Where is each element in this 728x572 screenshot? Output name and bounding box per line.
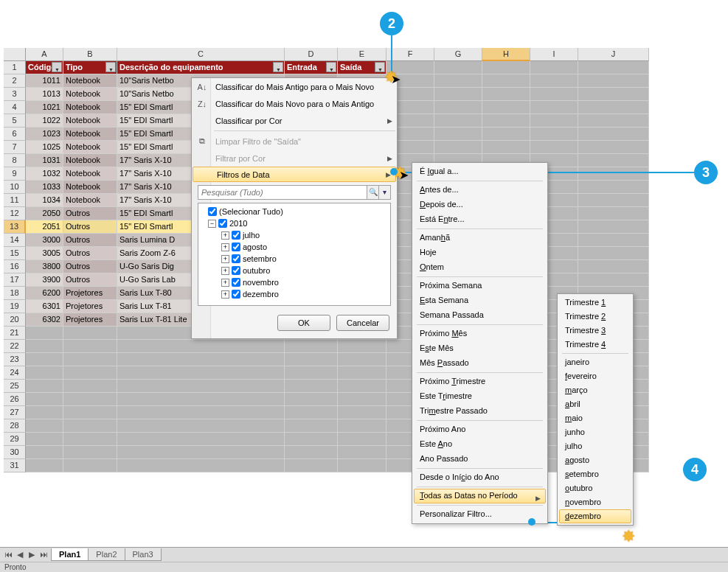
table-header-descrição do equipamento[interactable]: Descrição do equipamento (117, 61, 285, 74)
tree-month-julho[interactable]: +julho (201, 229, 388, 241)
table-header-tipo[interactable]: Tipo (63, 61, 117, 74)
row-header-3[interactable]: 3 (4, 88, 26, 101)
cell[interactable]: 3005 (26, 247, 63, 260)
filter-dropdown-icon[interactable] (105, 62, 116, 72)
tree-month-setembro[interactable]: +setembro (201, 253, 388, 265)
row-header-4[interactable]: 4 (4, 101, 26, 114)
cell[interactable]: Outros (63, 207, 117, 220)
row-header-30[interactable]: 30 (4, 446, 26, 459)
date-filter-item[interactable]: Este Ano (414, 437, 546, 452)
col-header-J[interactable]: J (578, 48, 649, 61)
date-filter-item[interactable]: Todas as Datas no Período▶ (414, 489, 546, 503)
cell[interactable]: Outros (63, 234, 117, 247)
row-header-22[interactable]: 22 (4, 340, 26, 353)
row-header-5[interactable]: 5 (4, 114, 26, 128)
sort-asc[interactable]: A↓Classificar do Mais Antigo para o Mais… (192, 78, 397, 95)
sheet-tab-Plan1[interactable]: Plan1 (51, 548, 89, 561)
filter-tree[interactable]: (Selecionar Tudo) −2010 +julho+agosto+se… (198, 203, 391, 306)
row-header-20[interactable]: 20 (4, 313, 26, 327)
sheet-tab-Plan2[interactable]: Plan2 (88, 548, 125, 561)
expand-icon[interactable]: + (221, 290, 229, 299)
period-month-maio[interactable]: maio (559, 411, 631, 425)
row-header-24[interactable]: 24 (4, 366, 26, 380)
tab-nav[interactable]: ⏮◀▶⏭ (0, 550, 52, 559)
row-header-31[interactable]: 31 (4, 459, 26, 472)
row-header-1[interactable]: 1 (4, 61, 26, 74)
col-header-D[interactable]: D (285, 48, 338, 61)
cell[interactable]: 6302 (26, 313, 63, 327)
col-header-F[interactable]: F (386, 48, 434, 61)
period-month-dezembro[interactable]: dezembro (559, 509, 631, 523)
row-header-16[interactable]: 16 (4, 260, 26, 273)
date-filter-item[interactable]: É Igual a... (414, 164, 546, 179)
search-dropdown-icon[interactable]: ▾ (379, 185, 391, 200)
cell[interactable]: 1034 (26, 194, 63, 207)
date-filter-item[interactable]: Próximo Mês (414, 327, 546, 341)
cell[interactable]: Notebook (63, 154, 117, 167)
tree-select-all[interactable]: (Selecionar Tudo) (201, 206, 388, 217)
cell[interactable]: Notebook (63, 88, 117, 101)
date-filter-item[interactable]: Ontem (414, 260, 546, 275)
period-quarter[interactable]: Trimestre 4 (559, 338, 631, 352)
cell[interactable]: Outros (63, 273, 117, 287)
row-header-11[interactable]: 11 (4, 194, 26, 207)
tree-month-agosto[interactable]: +agosto (201, 241, 388, 253)
filter-dropdown-icon[interactable] (326, 62, 336, 72)
row-header-2[interactable]: 2 (4, 74, 26, 88)
col-header-C[interactable]: C (117, 48, 285, 61)
cell[interactable]: Projetores (63, 313, 117, 327)
col-header-A[interactable]: A (26, 48, 63, 61)
row-header-17[interactable]: 17 (4, 273, 26, 287)
cell[interactable]: Notebook (63, 101, 117, 114)
row-header-28[interactable]: 28 (4, 419, 26, 433)
row-header-15[interactable]: 15 (4, 247, 26, 260)
row-header-29[interactable]: 29 (4, 433, 26, 446)
col-header-I[interactable]: I (530, 48, 578, 61)
search-icon[interactable]: 🔍 (367, 185, 379, 200)
date-filter-item[interactable]: Próximo Ano (414, 422, 546, 437)
sort-by-color[interactable]: Classificar por Cor▶ (192, 112, 397, 129)
cell[interactable]: 3800 (26, 260, 63, 273)
date-filter-item[interactable]: Mês Passado (414, 356, 546, 371)
cell[interactable]: Outros (63, 247, 117, 260)
date-filter-item[interactable]: Semana Passada (414, 308, 546, 323)
date-filter-item[interactable]: Este Trimestre (414, 389, 546, 404)
cell[interactable]: Notebook (63, 141, 117, 154)
cell[interactable]: 2051 (26, 220, 63, 234)
col-header-G[interactable]: G (434, 48, 482, 61)
period-month-agosto[interactable]: agosto (559, 453, 631, 467)
period-month-janeiro[interactable]: janeiro (559, 355, 631, 369)
cell[interactable]: Notebook (63, 167, 117, 181)
cell[interactable]: Projetores (63, 287, 117, 300)
period-quarter[interactable]: Trimestre 1 (559, 296, 631, 310)
row-header-23[interactable]: 23 (4, 353, 26, 366)
table-header-código[interactable]: Código (26, 61, 63, 74)
period-month-outubro[interactable]: outubro (559, 481, 631, 495)
tree-month-dezembro[interactable]: +dezembro (201, 288, 388, 300)
filter-dropdown-icon[interactable] (375, 62, 385, 72)
row-header-25[interactable]: 25 (4, 380, 26, 393)
date-filter-item[interactable]: Depois de... (414, 198, 546, 212)
cell[interactable]: 2050 (26, 207, 63, 220)
row-header-26[interactable]: 26 (4, 393, 26, 406)
cell[interactable]: Notebook (63, 114, 117, 128)
date-filter-item[interactable]: Próxima Semana (414, 279, 546, 293)
expand-icon[interactable]: + (221, 231, 229, 240)
row-header-27[interactable]: 27 (4, 406, 26, 419)
cell[interactable]: Projetores (63, 300, 117, 313)
row-header-7[interactable]: 7 (4, 141, 26, 154)
filter-dropdown-icon[interactable] (273, 62, 283, 72)
cell[interactable]: 1013 (26, 88, 63, 101)
filter-search-input[interactable] (198, 185, 367, 200)
expand-icon[interactable]: + (221, 255, 229, 263)
period-month-julho[interactable]: julho (559, 439, 631, 453)
cell[interactable]: 3000 (26, 234, 63, 247)
expand-icon[interactable]: + (221, 279, 229, 287)
col-header-B[interactable]: B (63, 48, 117, 61)
col-header-E[interactable]: E (338, 48, 386, 61)
date-filter-item[interactable]: Ano Passado (414, 452, 546, 467)
cell[interactable]: Notebook (63, 74, 117, 88)
row-header-19[interactable]: 19 (4, 300, 26, 313)
row-header-21[interactable]: 21 (4, 327, 26, 340)
date-filter-item[interactable]: Esta Semana (414, 293, 546, 308)
